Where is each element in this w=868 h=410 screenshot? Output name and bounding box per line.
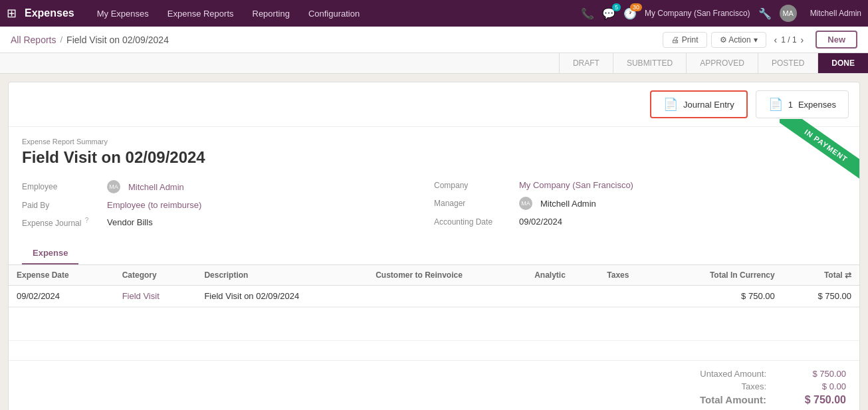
pager-prev[interactable]: ‹ — [773, 35, 779, 45]
field-accounting-date: Accounting Date 09/02/2024 — [434, 217, 846, 227]
expense-table-wrapper: Expense Date Category Description Custom… — [9, 265, 859, 307]
total-amount: Total Amount: $ 750.00 — [680, 394, 846, 406]
total-untaxed: Untaxed Amount: $ 750.00 — [680, 369, 846, 379]
col-taxes: Taxes — [599, 265, 657, 286]
expenses-count: 1 — [788, 100, 793, 110]
breadcrumb-separator: / — [60, 35, 62, 45]
expense-table: Expense Date Category Description Custom… — [9, 265, 859, 307]
fields-left: Employee MA Mitchell Admin Paid By Emplo… — [22, 180, 434, 235]
cell-taxes — [599, 286, 657, 307]
total-taxes: Taxes: $ 0.00 — [680, 381, 846, 391]
avatar[interactable]: MA — [780, 5, 797, 22]
print-icon: 🖨 — [671, 35, 679, 45]
field-manager: Manager MA Mitchell Admin — [434, 197, 846, 210]
in-payment-ribbon: IN PAYMENT — [780, 119, 859, 183]
expenses-button[interactable]: 📄 1 Expenses — [756, 90, 849, 118]
nav-expense-reports[interactable]: Expense Reports — [161, 9, 241, 19]
content-card: IN PAYMENT 📄 Journal Entry 📄 1 Expenses … — [8, 82, 860, 410]
form-subtitle: Expense Report Summary — [22, 138, 846, 146]
status-bar: DRAFT SUBMITTED APPROVED POSTED DONE — [0, 53, 868, 74]
col-analytic: Analytic — [526, 265, 599, 286]
journal-icon: 📄 — [663, 97, 678, 112]
action-buttons-row: 📄 Journal Entry 📄 1 Expenses — [9, 82, 859, 127]
nav-icons: 📞 💬 5 🕐 30 My Company (San Francisco) 🔧 … — [581, 5, 861, 22]
empty-row-2 — [9, 340, 859, 360]
col-expense-date: Expense Date — [9, 265, 114, 286]
tabs-row: Expense — [9, 243, 859, 265]
breadcrumb-parent[interactable]: All Reports — [11, 35, 56, 45]
status-approved[interactable]: APPROVED — [686, 53, 758, 73]
col-category: Category — [114, 265, 197, 286]
table-row: 09/02/2024 Field Visit Field Visit on 02… — [9, 286, 859, 307]
form-header: Expense Report Summary Field Visit on 02… — [9, 127, 859, 172]
phone-icon[interactable]: 📞 — [581, 7, 594, 20]
manager-value: Mitchell Admin — [540, 199, 596, 209]
chevron-down-icon: ▾ — [754, 35, 758, 45]
expense-journal-value: Vendor Bills — [107, 217, 153, 227]
print-button[interactable]: 🖨 Print — [663, 32, 707, 48]
nav-reporting[interactable]: Reporting — [246, 9, 296, 19]
form-title: Field Visit on 02/09/2024 — [22, 148, 846, 167]
table-header-row: Expense Date Category Description Custom… — [9, 265, 859, 286]
action-button[interactable]: ⚙ Action ▾ — [711, 32, 766, 48]
cell-total: $ 750.00 — [783, 286, 859, 307]
form-fields: Employee MA Mitchell Admin Paid By Emplo… — [9, 172, 859, 243]
top-navigation: ⊞ Expenses My Expenses Expense Reports R… — [0, 0, 868, 27]
cell-customer — [368, 286, 526, 307]
cell-analytic — [526, 286, 599, 307]
company-value[interactable]: My Company (San Francisco) — [519, 180, 633, 190]
help-icon[interactable]: ? — [85, 217, 89, 224]
cell-date: 09/02/2024 — [9, 286, 114, 307]
app-name[interactable]: Expenses — [25, 7, 74, 19]
status-posted[interactable]: POSTED — [758, 53, 817, 73]
tab-expense[interactable]: Expense — [22, 243, 78, 264]
new-button[interactable]: New — [815, 31, 857, 49]
chat-icon[interactable]: 💬 5 — [602, 7, 615, 20]
status-done[interactable]: DONE — [817, 53, 868, 73]
user-name: Mitchell Admin — [810, 9, 861, 18]
clock-badge: 30 — [630, 3, 642, 11]
expenses-icon: 📄 — [768, 97, 783, 112]
field-paid-by: Paid By Employee (to reimburse) — [22, 200, 434, 210]
pager-next[interactable]: › — [800, 35, 806, 45]
cell-description: Field Visit on 02/09/2024 — [196, 286, 368, 307]
employee-value[interactable]: Mitchell Admin — [128, 182, 184, 192]
status-submitted[interactable]: SUBMITTED — [613, 53, 686, 73]
journal-entry-button[interactable]: 📄 Journal Entry — [650, 90, 748, 118]
pager: ‹ 1 / 1 › — [773, 35, 806, 45]
cell-category[interactable]: Field Visit — [114, 286, 197, 307]
app-grid-icon[interactable]: ⊞ — [7, 6, 17, 21]
chat-badge: 5 — [612, 3, 621, 11]
company-name: My Company (San Francisco) — [645, 9, 750, 18]
totals-section: Untaxed Amount: $ 750.00 Taxes: $ 0.00 T… — [9, 360, 859, 410]
field-employee: Employee MA Mitchell Admin — [22, 180, 434, 193]
main-content: IN PAYMENT 📄 Journal Entry 📄 1 Expenses … — [0, 74, 868, 410]
col-total: Total ⇄ — [783, 265, 859, 286]
manager-avatar: MA — [519, 197, 532, 210]
nav-my-expenses[interactable]: My Expenses — [90, 9, 156, 19]
paid-by-value[interactable]: Employee (to reimburse) — [107, 200, 201, 210]
breadcrumb-current: Field Visit on 02/09/2024 — [66, 35, 169, 45]
empty-row-1 — [9, 307, 859, 340]
nav-configuration[interactable]: Configuration — [302, 9, 366, 19]
col-total-currency: Total In Currency — [658, 265, 783, 286]
in-payment-wrapper: IN PAYMENT — [780, 119, 859, 199]
col-customer: Customer to Reinvoice — [368, 265, 526, 286]
employee-avatar: MA — [107, 180, 120, 193]
status-draft[interactable]: DRAFT — [559, 53, 613, 73]
accounting-date-value: 09/02/2024 — [519, 217, 562, 227]
settings-icon[interactable]: 🔧 — [758, 7, 772, 20]
breadcrumb-bar: All Reports / Field Visit on 02/09/2024 … — [0, 27, 868, 53]
clock-icon[interactable]: 🕐 30 — [623, 7, 637, 20]
cell-total-currency: $ 750.00 — [658, 286, 783, 307]
col-description: Description — [196, 265, 368, 286]
field-expense-journal: Expense Journal ? Vendor Bills — [22, 217, 434, 228]
